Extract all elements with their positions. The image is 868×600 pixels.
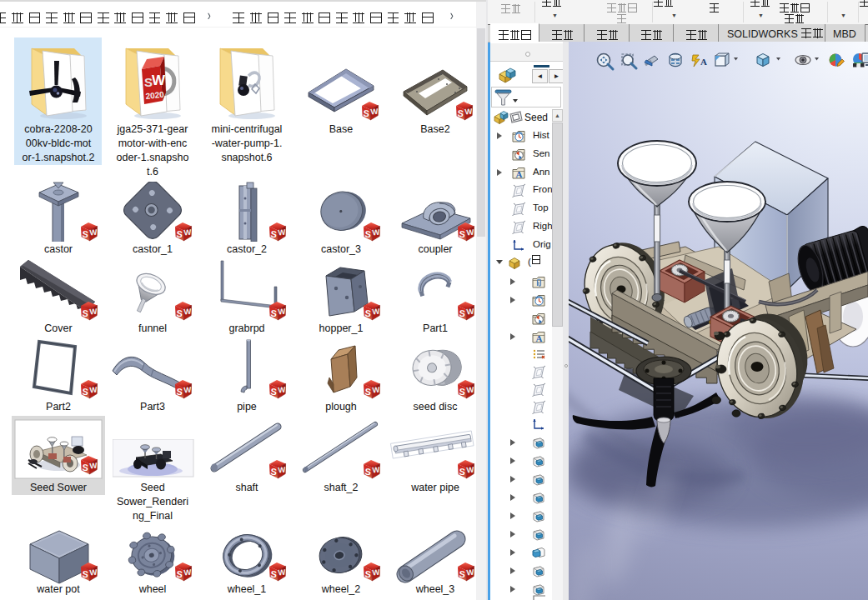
svg-text:S: S bbox=[270, 568, 278, 579]
svg-text:S: S bbox=[82, 568, 89, 579]
svg-text:S: S bbox=[270, 228, 278, 239]
svg-text:W: W bbox=[183, 228, 192, 238]
svg-text:W: W bbox=[183, 385, 192, 395]
svg-text:S: S bbox=[457, 108, 464, 118]
svg-text:W: W bbox=[183, 568, 192, 578]
svg-text:W: W bbox=[372, 307, 380, 317]
svg-text:S: S bbox=[270, 386, 278, 397]
svg-text:W: W bbox=[278, 228, 286, 238]
svg-text:S: S bbox=[363, 108, 370, 118]
svg-text:S: S bbox=[82, 228, 89, 239]
svg-text:W: W bbox=[89, 385, 98, 395]
svg-text:W: W bbox=[370, 107, 379, 117]
svg-text:S: S bbox=[270, 466, 278, 477]
svg-text:S: S bbox=[364, 228, 372, 239]
svg-text:W: W bbox=[278, 568, 286, 578]
svg-text:S: S bbox=[364, 308, 372, 318]
svg-text:W: W bbox=[152, 72, 166, 88]
svg-text:A: A bbox=[516, 169, 523, 179]
svg-text:S: S bbox=[459, 308, 466, 318]
svg-text:S: S bbox=[176, 308, 183, 318]
svg-text:S: S bbox=[176, 568, 183, 579]
svg-text:S: S bbox=[82, 308, 89, 318]
svg-text:W: W bbox=[278, 307, 286, 317]
svg-text:S: S bbox=[459, 568, 466, 579]
svg-text:W: W bbox=[89, 228, 98, 238]
svg-text:W: W bbox=[278, 385, 286, 395]
svg-text:W: W bbox=[466, 568, 474, 578]
svg-text:A: A bbox=[536, 333, 543, 343]
svg-text:S: S bbox=[459, 386, 466, 397]
svg-text:S: S bbox=[176, 386, 183, 397]
svg-text:S: S bbox=[364, 466, 372, 477]
svg-text:W: W bbox=[466, 465, 474, 475]
svg-text:W: W bbox=[372, 228, 380, 238]
svg-text:W: W bbox=[183, 307, 192, 317]
svg-text:W: W bbox=[466, 307, 474, 317]
svg-text:W: W bbox=[89, 307, 98, 317]
svg-text:W: W bbox=[372, 385, 380, 395]
svg-text:W: W bbox=[466, 228, 474, 238]
svg-text:S: S bbox=[82, 386, 89, 397]
svg-text:S: S bbox=[364, 568, 372, 579]
svg-text:W: W bbox=[278, 465, 286, 475]
svg-text:A: A bbox=[700, 57, 707, 67]
svg-text:S: S bbox=[82, 462, 89, 472]
svg-text:W: W bbox=[466, 385, 474, 395]
svg-text:S: S bbox=[364, 386, 372, 397]
svg-text:S: S bbox=[270, 308, 278, 318]
svg-text:W: W bbox=[464, 107, 473, 117]
svg-text:W: W bbox=[89, 461, 98, 471]
svg-text:W: W bbox=[372, 568, 380, 578]
svg-text:S: S bbox=[459, 466, 466, 477]
svg-text:S: S bbox=[459, 228, 466, 239]
svg-text:W: W bbox=[89, 568, 98, 578]
svg-text:W: W bbox=[372, 465, 380, 475]
svg-text:S: S bbox=[176, 228, 183, 239]
